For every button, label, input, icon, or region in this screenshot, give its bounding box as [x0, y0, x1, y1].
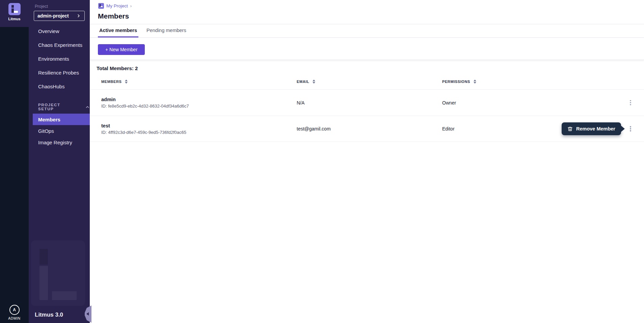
new-member-button[interactable]: + New Member — [98, 44, 145, 55]
tab-active-members[interactable]: Active members — [98, 24, 138, 37]
column-header-members[interactable]: MEMBERS — [101, 80, 297, 84]
toolbar: + New Member — [90, 38, 644, 60]
member-cell: test ID: 4ff92c3d-d6e7-459c-9ed5-736fd2f… — [101, 123, 297, 135]
member-permission: Owner — [442, 100, 621, 106]
sidebar-item-members[interactable]: Members — [33, 114, 90, 125]
project-icon — [98, 3, 104, 9]
tab-bar: Active members Pending members — [90, 24, 644, 38]
member-email: N/A — [297, 100, 442, 106]
sort-icon[interactable] — [313, 80, 315, 84]
project-select[interactable]: admin-project — [34, 11, 85, 21]
sidebar: Project admin-project Overview Chaos Exp… — [29, 0, 90, 323]
breadcrumb-my-project-link[interactable]: My Project — [106, 3, 128, 8]
members-content: Total Members: 2 MEMBERS EMAIL PERMISSIO… — [90, 60, 644, 142]
remove-member-menu-item[interactable]: Remove Member — [562, 122, 621, 135]
sidebar-item-chaos-experiments[interactable]: Chaos Experiments — [29, 38, 90, 52]
avatar[interactable]: A — [9, 305, 20, 315]
total-members-label: Total Members: 2 — [97, 65, 644, 71]
chevron-up-icon — [85, 105, 90, 110]
litmus-logo[interactable]: Litmus — [0, 0, 29, 27]
user-menu[interactable]: A ADMIN — [0, 305, 29, 320]
main-content: My Project › Members Active members Pend… — [90, 0, 644, 323]
litmus-watermark-logo — [31, 240, 85, 306]
member-name: test — [101, 123, 297, 128]
breadcrumb-chevron-icon: › — [130, 3, 132, 8]
member-id: ID: fe8e5cd9-eb2c-4d32-8632-04df34a6d6c7 — [101, 104, 297, 109]
user-label: ADMIN — [8, 316, 20, 320]
member-name: admin — [101, 97, 297, 102]
litmus-logo-label: Litmus — [8, 17, 20, 21]
sidebar-item-resilience-probes[interactable]: Resilience Probes — [29, 66, 90, 80]
table-row: admin ID: fe8e5cd9-eb2c-4d32-8632-04df34… — [90, 89, 644, 116]
sort-icon[interactable] — [125, 80, 128, 84]
version-label: Litmus 3.0 — [35, 312, 63, 318]
breadcrumb: My Project › — [98, 3, 132, 9]
app-root: Litmus A ADMIN Project admin-project Ove… — [0, 0, 644, 323]
project-select-value: admin-project — [37, 13, 76, 19]
litmus-logo-icon — [8, 3, 21, 15]
sort-icon[interactable] — [474, 80, 476, 84]
project-setup-nav: Members GitOps Image Registry — [29, 114, 90, 148]
member-email: test@gamil.com — [297, 126, 442, 131]
row-actions-kebab-icon[interactable] — [626, 98, 635, 108]
row-actions-kebab-icon[interactable] — [626, 124, 635, 134]
collapse-left-triangle-icon — [86, 312, 89, 316]
sidebar-nav: Overview Chaos Experiments Environments … — [29, 24, 90, 93]
member-id: ID: 4ff92c3d-d6e7-459c-9ed5-736fd2f0ac65 — [101, 130, 297, 135]
sidebar-item-chaoshubs[interactable]: ChaosHubs — [29, 80, 90, 93]
sidebar-item-gitops[interactable]: GitOps — [29, 125, 90, 137]
project-setup-label: PROJECT SETUP — [38, 103, 76, 111]
column-header-permissions[interactable]: PERMISSIONS — [442, 80, 621, 84]
remove-member-label: Remove Member — [576, 126, 615, 131]
sidebar-item-image-registry[interactable]: Image Registry — [29, 137, 90, 148]
page-header: My Project › Members — [90, 0, 644, 24]
sidebar-item-environments[interactable]: Environments — [29, 52, 90, 66]
left-rail: Litmus A ADMIN — [0, 0, 29, 323]
tab-pending-members[interactable]: Pending members — [145, 24, 188, 37]
trash-icon — [567, 126, 573, 132]
table-header-row: MEMBERS EMAIL PERMISSIONS — [90, 74, 644, 89]
project-label: Project — [35, 4, 48, 9]
project-setup-section-toggle[interactable]: PROJECT SETUP — [29, 100, 90, 114]
column-header-email[interactable]: EMAIL — [297, 80, 442, 84]
member-cell: admin ID: fe8e5cd9-eb2c-4d32-8632-04df34… — [101, 97, 297, 109]
page-title: Members — [98, 12, 129, 20]
chevron-right-icon — [76, 13, 81, 18]
sidebar-item-overview[interactable]: Overview — [29, 24, 90, 38]
table-row: test ID: 4ff92c3d-d6e7-459c-9ed5-736fd2f… — [90, 116, 644, 142]
